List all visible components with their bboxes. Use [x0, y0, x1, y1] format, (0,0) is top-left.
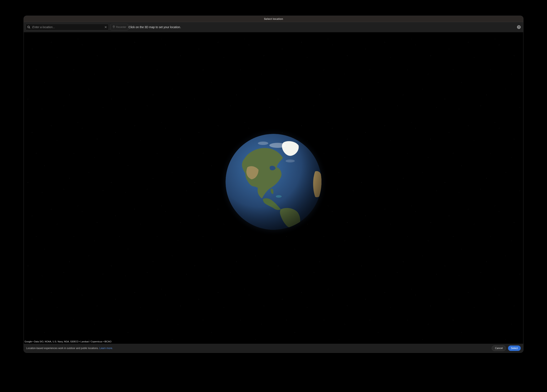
select-location-panel: Select location Recenter: [24, 16, 523, 353]
select-button[interactable]: Select: [508, 345, 521, 351]
titlebar: Select location: [24, 16, 523, 22]
search-icon: [27, 25, 30, 29]
footer-info-text: Location-based experiences work in outdo…: [26, 347, 99, 350]
svg-point-10: [226, 134, 321, 230]
svg-point-4: [113, 26, 114, 27]
footer-info: Location-based experiences work in outdo…: [26, 347, 113, 350]
footer-actions: Cancel Select: [492, 345, 521, 351]
cancel-button[interactable]: Cancel: [492, 345, 506, 351]
learn-more-link[interactable]: Learn more.: [99, 347, 113, 350]
svg-line-1: [29, 28, 30, 28]
footer: Location-based experiences work in outdo…: [24, 344, 523, 353]
map-attribution: Google • Data SIO, NOAA, U.S. Navy, NGA,…: [25, 340, 111, 343]
window-title: Select location: [264, 17, 283, 21]
recenter-button[interactable]: Recenter: [110, 24, 128, 30]
search-wrap: [25, 24, 109, 30]
toolbar: Recenter Click on the 3D map to set your…: [24, 22, 523, 32]
search-input[interactable]: [25, 24, 109, 30]
recenter-label: Recenter: [116, 26, 126, 28]
pin-icon: [112, 25, 115, 29]
clear-icon[interactable]: [104, 26, 107, 28]
earth-globe[interactable]: [226, 134, 321, 230]
help-icon[interactable]: ?: [517, 25, 521, 29]
map-hint: Click on the 3D map to set your location…: [129, 25, 181, 29]
svg-point-0: [27, 26, 29, 28]
map-3d-view[interactable]: Google • Data SIO, NOAA, U.S. Navy, NGA,…: [24, 32, 523, 344]
